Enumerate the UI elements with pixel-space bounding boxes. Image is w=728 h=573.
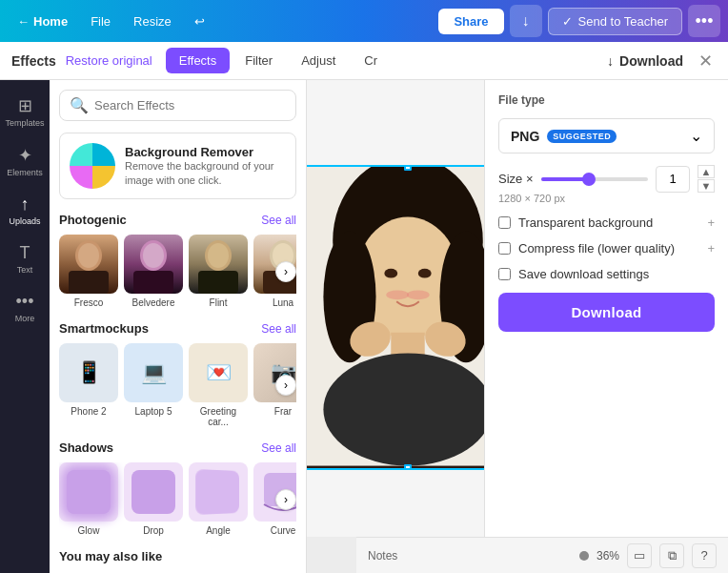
download-icon-button[interactable]: ↓: [510, 5, 542, 37]
send-teacher-button[interactable]: ✓ Send to Teacher: [548, 8, 682, 35]
file-type-label: File type: [498, 93, 715, 107]
share-button[interactable]: Share: [438, 9, 503, 34]
svg-point-5: [143, 243, 164, 268]
back-home-button[interactable]: ← Home: [8, 10, 77, 32]
compress-file-row[interactable]: Compress file (lower quality) +: [498, 241, 715, 256]
undo-button[interactable]: ↩: [185, 10, 214, 32]
restore-original-button[interactable]: Restore original: [66, 53, 152, 68]
transparent-bg-info-icon[interactable]: +: [707, 215, 715, 230]
bottom-bar: Notes 36% ▭ ⧉ ?: [356, 537, 728, 573]
belvedere-label: Belvedere: [131, 297, 174, 308]
top-bar-left: ← Home File Resize ↩: [8, 10, 214, 32]
fit-screen-button[interactable]: ▭: [627, 543, 652, 568]
list-item[interactable]: Fresco: [59, 235, 118, 308]
effects-panel: 🔍 Background Remover Remove the backgrou…: [50, 80, 307, 573]
search-input[interactable]: [94, 98, 286, 113]
shadows-next-button[interactable]: ›: [275, 489, 296, 510]
resize-button[interactable]: Resize: [124, 10, 181, 32]
curve-label: Curve: [271, 525, 296, 536]
search-box[interactable]: 🔍: [59, 90, 296, 121]
angle-label: Angle: [206, 525, 231, 536]
file-type-section: File type: [498, 93, 715, 107]
download-button[interactable]: Download: [498, 293, 715, 332]
format-select[interactable]: PNG SUGGESTED ⌄: [498, 118, 715, 153]
shadows-see-all-button[interactable]: See all: [261, 441, 296, 455]
bg-remover-icon: [70, 143, 115, 189]
photogenic-next-button[interactable]: ›: [275, 261, 296, 282]
glow-thumb: [59, 462, 118, 522]
list-item[interactable]: 💻 Laptop 5: [124, 343, 183, 427]
top-bar: ← Home File Resize ↩ Share ↓ ✓ Send to T…: [0, 0, 728, 42]
transparent-bg-checkbox[interactable]: [498, 216, 511, 229]
text-icon: T: [20, 243, 30, 263]
save-settings-checkbox[interactable]: [498, 268, 511, 280]
download-panel-close-button[interactable]: ✕: [695, 47, 717, 75]
more-options-button[interactable]: •••: [688, 5, 720, 37]
you-may-also-like-title: You may also like: [59, 549, 162, 563]
photogenic-see-all-button[interactable]: See all: [261, 214, 296, 227]
phone2-label: Phone 2: [71, 406, 106, 417]
compress-file-label: Compress file (lower quality): [518, 241, 675, 256]
list-item[interactable]: Flint: [189, 235, 248, 308]
chevron-down-icon: ⌄: [690, 127, 702, 145]
sidebar-item-templates[interactable]: ⊞ Templates: [2, 88, 48, 135]
list-item[interactable]: Angle: [189, 462, 248, 536]
zoom-slider-indicator: [579, 551, 589, 561]
tab-adjust[interactable]: Adjust: [288, 48, 349, 73]
svg-point-2: [78, 243, 99, 268]
more-dots-icon: •••: [696, 11, 714, 31]
check-icon: ✓: [562, 14, 573, 29]
file-button[interactable]: File: [81, 10, 120, 32]
sidebar-item-more[interactable]: ••• More: [2, 284, 48, 331]
list-item[interactable]: 📱 Phone 2: [59, 343, 118, 427]
handle-top-mid[interactable]: [404, 165, 412, 171]
list-item[interactable]: Glow: [59, 462, 118, 536]
drop-label: Drop: [143, 525, 164, 536]
background-remover-item[interactable]: Background Remover Remove the background…: [59, 133, 296, 199]
flint-thumb: [189, 235, 248, 294]
canvas-area: ➤: [307, 80, 728, 573]
smartmockups-see-all-button[interactable]: See all: [261, 322, 296, 336]
you-may-also-like-header: You may also like: [59, 549, 296, 563]
download-tab: ↓ Download: [597, 53, 693, 69]
size-slider[interactable]: [541, 177, 649, 181]
sidebar-item-text[interactable]: T Text: [2, 235, 48, 282]
transparent-bg-label: Transparent background: [518, 215, 653, 230]
list-item[interactable]: Belvedere: [124, 235, 183, 308]
smartmockups-grid: 📱 Phone 2 💻 Laptop 5 💌 Greeting car... 📷…: [59, 343, 296, 427]
compress-file-checkbox[interactable]: [498, 242, 511, 255]
notes-label: Notes: [368, 549, 397, 563]
main-layout: ⊞ Templates ✦ Elements ↑ Uploads T Text …: [0, 80, 728, 573]
canvas-inner: ➤: [335, 99, 480, 535]
list-item[interactable]: Drop: [124, 462, 183, 536]
list-item[interactable]: 💌 Greeting car...: [189, 343, 248, 427]
smartmockups-next-button[interactable]: ›: [275, 375, 296, 396]
save-settings-row[interactable]: Save download settings: [498, 267, 715, 281]
smartmockups-section-header: Smartmockups See all: [59, 321, 296, 336]
transparent-bg-row[interactable]: Transparent background +: [498, 215, 715, 230]
handle-bottom-mid[interactable]: [404, 464, 412, 470]
fullscreen-button[interactable]: ⧉: [659, 543, 684, 568]
tab-effects[interactable]: Effects: [166, 48, 231, 73]
save-settings-label: Save download settings: [518, 267, 649, 281]
sidebar-item-uploads[interactable]: ↑ Uploads: [2, 187, 48, 234]
luna-label: Luna: [273, 297, 293, 308]
sidebar-item-elements[interactable]: ✦ Elements: [2, 137, 48, 185]
size-decrement-button[interactable]: ▼: [698, 179, 715, 193]
size-number-input[interactable]: [656, 166, 690, 193]
help-button[interactable]: ?: [692, 543, 717, 568]
size-increment-button[interactable]: ▲: [698, 165, 715, 178]
zoom-level: 36%: [597, 549, 619, 563]
elements-icon: ✦: [18, 145, 32, 166]
sidebar-elements-label: Elements: [7, 168, 43, 177]
angle-thumb: [189, 462, 248, 522]
compress-info-icon[interactable]: +: [707, 241, 715, 256]
tab-filter[interactable]: Filter: [232, 48, 286, 73]
tab-cr[interactable]: Cr: [351, 48, 391, 73]
smartmockups-title: Smartmockups: [59, 321, 149, 336]
svg-point-8: [208, 243, 229, 268]
panel-effects-label: Effects: [11, 53, 56, 69]
greeting-label: Greeting car...: [189, 406, 248, 427]
glow-label: Glow: [78, 525, 100, 536]
shadows-grid: Glow Drop Angle: [59, 462, 296, 536]
